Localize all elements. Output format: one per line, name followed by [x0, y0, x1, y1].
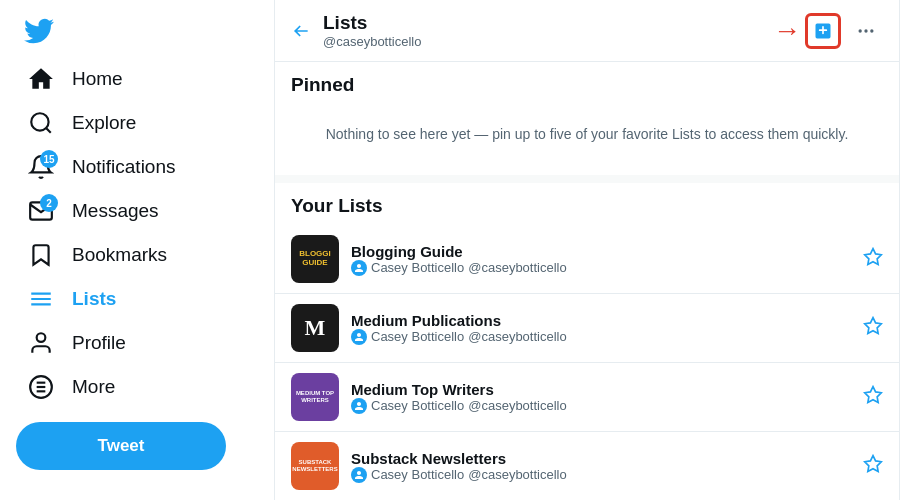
- sidebar-item-bookmarks[interactable]: Bookmarks: [16, 234, 258, 276]
- sidebar-item-explore[interactable]: Explore: [16, 102, 258, 144]
- home-icon: [28, 66, 54, 92]
- list-name-substack-newsletters: Substack Newsletters: [351, 450, 855, 467]
- sidebar-item-home[interactable]: Home: [16, 58, 258, 100]
- home-label: Home: [72, 68, 123, 90]
- bookmarks-icon: [28, 242, 54, 268]
- svg-line-1: [46, 128, 51, 133]
- pin-button-blogging-guide[interactable]: [863, 247, 883, 272]
- bookmarks-label: Bookmarks: [72, 244, 167, 266]
- red-arrow-icon: →: [773, 15, 801, 47]
- tweet-button[interactable]: Tweet: [16, 422, 226, 470]
- owner-name-blogging-guide: Casey Botticello: [371, 260, 464, 275]
- list-info-medium-top-writers: Medium Top Writers Casey Botticello @cas…: [351, 381, 855, 414]
- sidebar: HomeExplore15Notifications2MessagesBookm…: [0, 0, 275, 500]
- pin-button-medium-top-writers[interactable]: [863, 385, 883, 410]
- back-button[interactable]: [291, 21, 311, 41]
- owner-name-medium-top-writers: Casey Botticello: [371, 398, 464, 413]
- owner-name-medium-publications: Casey Botticello: [371, 329, 464, 344]
- list-owner-medium-publications: Casey Botticello @caseybotticello: [351, 329, 855, 345]
- owner-handle-substack-newsletters: @caseybotticello: [468, 467, 566, 482]
- owner-avatar-medium-publications: [351, 329, 367, 345]
- list-info-medium-publications: Medium Publications Casey Botticello @ca…: [351, 312, 855, 345]
- nav-container: HomeExplore15Notifications2MessagesBookm…: [16, 58, 258, 410]
- more-label: More: [72, 376, 115, 398]
- list-item-medium-publications[interactable]: MMedium Publications Casey Botticello @c…: [275, 294, 899, 363]
- more-icon: [28, 374, 54, 400]
- sidebar-item-more[interactable]: More: [16, 366, 258, 408]
- list-info-substack-newsletters: Substack Newsletters Casey Botticello @c…: [351, 450, 855, 483]
- explore-icon: [28, 110, 54, 136]
- header-actions: →: [773, 13, 883, 49]
- sidebar-item-profile[interactable]: Profile: [16, 322, 258, 364]
- list-owner-blogging-guide: Casey Botticello @caseybotticello: [351, 260, 855, 276]
- list-item-blogging-guide[interactable]: BLOGGIGUIDEBlogging Guide Casey Botticel…: [275, 225, 899, 294]
- owner-avatar-blogging-guide: [351, 260, 367, 276]
- owner-avatar-substack-newsletters: [351, 467, 367, 483]
- list-avatar-blogging-guide: BLOGGIGUIDE: [291, 235, 339, 283]
- messages-label: Messages: [72, 200, 159, 222]
- profile-icon: [28, 330, 54, 356]
- header-title-block: Lists @caseybotticello: [323, 12, 421, 49]
- list-owner-medium-top-writers: Casey Botticello @caseybotticello: [351, 398, 855, 414]
- pin-button-medium-publications[interactable]: [863, 316, 883, 341]
- sidebar-item-notifications[interactable]: 15Notifications: [16, 146, 258, 188]
- main-content: Lists @caseybotticello → Pinned No: [275, 0, 900, 500]
- messages-icon: 2: [28, 198, 54, 224]
- your-lists-section: Your Lists BLOGGIGUIDEBlogging Guide Cas…: [275, 183, 899, 500]
- owner-handle-medium-publications: @caseybotticello: [468, 329, 566, 344]
- header-subtitle: @caseybotticello: [323, 34, 421, 49]
- owner-handle-blogging-guide: @caseybotticello: [468, 260, 566, 275]
- messages-badge: 2: [40, 194, 58, 212]
- pinned-section: Pinned Nothing to see here yet — pin up …: [275, 62, 899, 183]
- lists-label: Lists: [72, 288, 116, 310]
- pin-button-substack-newsletters[interactable]: [863, 454, 883, 479]
- twitter-logo[interactable]: [16, 8, 62, 54]
- profile-label: Profile: [72, 332, 126, 354]
- list-avatar-substack-newsletters: SUBSTACK NEWSLETTERS: [291, 442, 339, 490]
- new-list-button[interactable]: [805, 13, 841, 49]
- notifications-badge: 15: [40, 150, 58, 168]
- lists-icon: [28, 286, 54, 312]
- svg-point-0: [31, 113, 48, 130]
- list-owner-substack-newsletters: Casey Botticello @caseybotticello: [351, 467, 855, 483]
- pinned-section-title: Pinned: [275, 62, 899, 104]
- pinned-empty-message: Nothing to see here yet — pin up to five…: [275, 104, 899, 175]
- svg-point-8: [864, 29, 867, 32]
- more-options-button[interactable]: [849, 14, 883, 48]
- arrow-indicator: →: [773, 13, 841, 49]
- svg-point-7: [859, 29, 862, 32]
- owner-handle-medium-top-writers: @caseybotticello: [468, 398, 566, 413]
- list-avatar-medium-top-writers: MEDIUM TOP WRITERS: [291, 373, 339, 421]
- header-title-text: Lists: [323, 12, 421, 34]
- svg-point-2: [37, 333, 46, 342]
- owner-avatar-medium-top-writers: [351, 398, 367, 414]
- list-info-blogging-guide: Blogging Guide Casey Botticello @caseybo…: [351, 243, 855, 276]
- list-item-substack-newsletters[interactable]: SUBSTACK NEWSLETTERSSubstack Newsletters…: [275, 432, 899, 500]
- your-lists-title: Your Lists: [275, 183, 899, 225]
- sidebar-item-messages[interactable]: 2Messages: [16, 190, 258, 232]
- notifications-label: Notifications: [72, 156, 176, 178]
- lists-header: Lists @caseybotticello →: [275, 0, 899, 62]
- list-name-medium-top-writers: Medium Top Writers: [351, 381, 855, 398]
- list-name-blogging-guide: Blogging Guide: [351, 243, 855, 260]
- list-name-medium-publications: Medium Publications: [351, 312, 855, 329]
- list-avatar-medium-publications: M: [291, 304, 339, 352]
- lists-container: BLOGGIGUIDEBlogging Guide Casey Botticel…: [275, 225, 899, 500]
- list-item-medium-top-writers[interactable]: MEDIUM TOP WRITERSMedium Top Writers Cas…: [275, 363, 899, 432]
- header-left: Lists @caseybotticello: [291, 12, 421, 49]
- owner-name-substack-newsletters: Casey Botticello: [371, 467, 464, 482]
- svg-point-9: [870, 29, 873, 32]
- sidebar-item-lists[interactable]: Lists: [16, 278, 258, 320]
- explore-label: Explore: [72, 112, 136, 134]
- notifications-icon: 15: [28, 154, 54, 180]
